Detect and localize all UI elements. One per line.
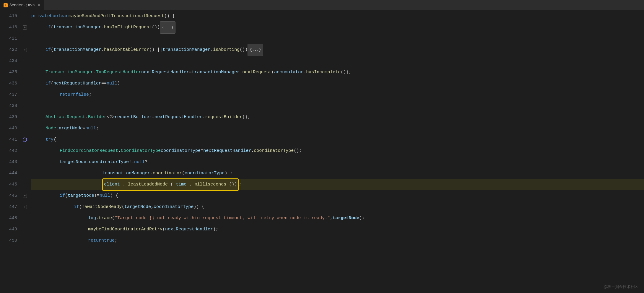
shield-icon-441 (22, 137, 27, 142)
code-line-443: targetNode = coordinatorType != null ? (31, 157, 644, 168)
gutter-440 (21, 123, 29, 134)
file-tab[interactable]: J Sender.java × (0, 0, 44, 11)
gutter-446[interactable]: + (21, 190, 29, 201)
code-line-447: if (! awaitNodeReady ( targetNode , coor… (31, 201, 644, 213)
highlight-box-445: client . leastLoadedNode ( time . millis… (102, 178, 239, 191)
gutter-415 (21, 11, 29, 22)
line-num-441: 441 (0, 134, 17, 145)
line-num-422: 422 (0, 44, 17, 56)
line-num-436: 436 (0, 78, 17, 89)
gutter-437 (21, 89, 29, 100)
code-line-441: try { (31, 134, 644, 145)
fold-icon-447[interactable]: + (23, 205, 27, 209)
code-area: private boolean maybeSendAndPollTransact… (29, 11, 644, 293)
code-line-434 (31, 56, 644, 67)
gutter-416[interactable]: + (21, 22, 29, 33)
gutter-435 (21, 67, 29, 78)
line-num-438: 438 (0, 100, 17, 112)
collapsed-block-416[interactable]: {...} (160, 21, 175, 34)
code-line-448: log . trace ( "Target node {} not ready … (31, 213, 644, 224)
code-line-439: AbstractRequest . Builder <?> requestBui… (31, 112, 644, 123)
code-line-415: private boolean maybeSendAndPollTransact… (31, 11, 644, 22)
watermark: @稀土掘金技术社区 (604, 284, 638, 289)
line-num-440: 440 (0, 123, 17, 134)
code-line-445: client . leastLoadedNode ( time . millis… (31, 179, 644, 190)
gutter-438 (21, 100, 29, 112)
gutter-450 (21, 235, 29, 246)
code-line-442: FindCoordinatorRequest . CoordinatorType… (31, 145, 644, 157)
line-num-416: 416 (0, 22, 17, 33)
gutter-444 (21, 168, 29, 179)
line-num-448: 448 (0, 213, 17, 224)
code-line-422: if ( transactionManager . hasAbortableEr… (31, 44, 644, 56)
gutter-445 (21, 179, 29, 190)
line-num-435: 435 (0, 67, 17, 78)
code-line-436: if ( nextRequestHandler == null ) (31, 78, 644, 89)
code-line-437: return false ; (31, 89, 644, 100)
gutter-434 (21, 56, 29, 67)
tab-close-button[interactable]: × (38, 3, 40, 8)
line-num-442: 442 (0, 145, 17, 157)
gutter-421 (21, 33, 29, 44)
gutter-447[interactable]: + (21, 201, 29, 213)
code-line-416: if ( transactionManager . hasInFlightReq… (31, 22, 644, 33)
java-file-icon: J (4, 3, 8, 7)
code-line-446: if ( targetNode != null ) { (31, 190, 644, 201)
code-gutter: + + (21, 11, 29, 293)
code-line-435: TransactionManager . TxnRequestHandler n… (31, 67, 644, 78)
fold-icon-446[interactable]: + (23, 194, 27, 198)
code-editor: 415 416 421 422 434 435 436 437 438 439 … (0, 11, 644, 293)
collapsed-block-422[interactable]: {...} (248, 44, 263, 56)
line-num-437: 437 (0, 89, 17, 100)
code-line-450: return true ; (31, 235, 644, 246)
gutter-439 (21, 112, 29, 123)
gutter-448 (21, 213, 29, 224)
line-num-443: 443 (0, 157, 17, 168)
code-line-438 (31, 100, 644, 112)
gutter-436 (21, 78, 29, 89)
line-num-445: 445 (0, 179, 17, 190)
gutter-443 (21, 157, 29, 168)
code-line-440: Node targetNode = null ; (31, 123, 644, 134)
line-num-447: 447 (0, 201, 17, 213)
line-num-415: 415 (0, 11, 17, 22)
gutter-449 (21, 224, 29, 235)
line-num-444: 444 (0, 168, 17, 179)
tab-bar: J Sender.java × (0, 0, 644, 11)
code-line-449: maybeFindCoordinatorAndRetry ( nextReque… (31, 224, 644, 235)
tab-filename: Sender.java (9, 3, 35, 7)
line-num-434: 434 (0, 56, 17, 67)
line-num-439: 439 (0, 112, 17, 123)
gutter-441[interactable] (21, 134, 29, 145)
fold-icon-416[interactable]: + (23, 25, 27, 30)
line-num-450: 450 (0, 235, 17, 246)
code-line-421 (31, 33, 644, 44)
code-line-444: transactionManager . coordinator ( coord… (31, 168, 644, 179)
line-num-449: 449 (0, 224, 17, 235)
gutter-422[interactable]: + (21, 44, 29, 56)
line-num-446: 446 (0, 190, 17, 201)
line-num-421: 421 (0, 33, 17, 44)
line-numbers: 415 416 421 422 434 435 436 437 438 439 … (0, 11, 21, 293)
gutter-442 (21, 145, 29, 157)
fold-icon-422[interactable]: + (23, 48, 27, 52)
